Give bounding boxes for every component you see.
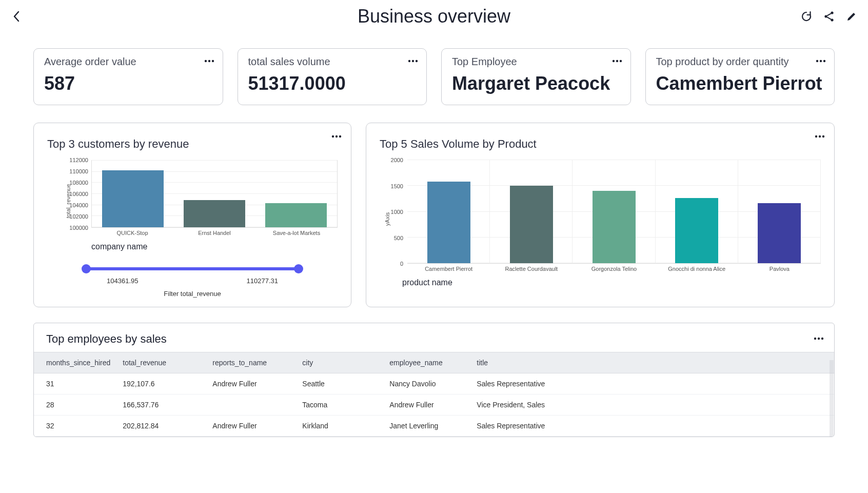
table-header[interactable]: city (296, 352, 383, 373)
svg-point-8 (416, 60, 418, 62)
back-button[interactable] (10, 10, 23, 23)
kpi-label: Top product by order quantity (656, 56, 824, 68)
x-tick-label: QUICK-Stop (91, 230, 173, 236)
svg-point-9 (612, 60, 614, 62)
table-cell: Sales Representative (470, 416, 834, 437)
app-header: Business overview (0, 0, 868, 33)
more-icon[interactable] (203, 55, 215, 67)
svg-point-16 (336, 135, 338, 137)
bar[interactable] (265, 203, 327, 227)
edit-icon[interactable] (845, 10, 858, 23)
table-header[interactable]: months_since_hired (34, 352, 116, 373)
table-cell: 192,107.6 (116, 373, 206, 395)
table-cell: Seattle (296, 373, 383, 395)
table-cell: Sales Representative (470, 373, 834, 395)
table-cell: 31 (34, 373, 116, 395)
svg-point-2 (831, 18, 833, 21)
table-row[interactable]: 32202,812.84Andrew FullerKirklandJanet L… (34, 416, 834, 437)
svg-point-21 (814, 338, 816, 340)
table-header[interactable]: employee_name (383, 352, 470, 373)
svg-point-3 (204, 60, 206, 62)
table-cell: Andrew Fuller (206, 416, 296, 437)
table-cell: Tacoma (296, 395, 383, 416)
bar[interactable] (758, 203, 801, 263)
header-actions (800, 10, 858, 23)
svg-point-15 (332, 135, 334, 137)
bar[interactable] (184, 200, 245, 227)
panel-title: Top 5 Sales Volume by Product (380, 137, 821, 151)
svg-point-18 (815, 135, 817, 137)
svg-point-23 (821, 338, 823, 340)
panel-title: Top employees by sales (46, 332, 167, 346)
more-icon[interactable] (814, 130, 826, 143)
filter-slider[interactable] (86, 266, 299, 272)
table-header[interactable]: reports_to_name (206, 352, 296, 373)
svg-point-20 (822, 135, 824, 137)
x-tick-label: Pavlova (738, 266, 821, 272)
table-header[interactable]: title (470, 352, 834, 373)
svg-point-14 (823, 60, 825, 62)
slider-min-label: 104361.95 (107, 277, 138, 285)
svg-point-22 (818, 338, 820, 340)
bar[interactable] (593, 191, 636, 263)
svg-point-1 (824, 15, 827, 17)
svg-point-13 (820, 60, 822, 62)
panel-top-employees: Top employees by sales months_since_hire… (33, 323, 835, 437)
more-icon[interactable] (611, 55, 623, 67)
bar[interactable] (675, 198, 718, 263)
bar[interactable] (510, 186, 553, 263)
slider-title: Filter total_revenue (86, 290, 299, 298)
refresh-icon[interactable] (800, 10, 813, 23)
panel-title: Top 3 customers by revenue (47, 137, 338, 151)
share-icon[interactable] (823, 10, 835, 23)
x-axis-label: product name (402, 278, 821, 287)
table-cell: Andrew Fuller (206, 373, 296, 395)
kpi-value: Margaret Peacock (452, 73, 620, 94)
chart-top-customers: total_revenue 10000010200010400010600010… (63, 160, 338, 242)
x-tick-label: Ernst Handel (173, 230, 255, 236)
table-cell: Vice President, Sales (470, 395, 834, 416)
kpi-value: 587 (44, 73, 212, 94)
svg-point-19 (819, 135, 821, 137)
kpi-label: Average order value (44, 56, 212, 68)
svg-point-10 (616, 60, 618, 62)
bar[interactable] (102, 170, 164, 227)
svg-point-6 (408, 60, 410, 62)
more-icon[interactable] (815, 55, 827, 67)
kpi-value: Camembert Pierrot (656, 73, 824, 94)
svg-point-4 (208, 60, 210, 62)
table-cell: Kirkland (296, 416, 383, 437)
table-cell: 202,812.84 (116, 416, 206, 437)
table-header[interactable]: total_revenue (116, 352, 206, 373)
table-cell: 166,537.76 (116, 395, 206, 416)
panel-top-customers: Top 3 customers by revenue total_revenue… (33, 123, 351, 307)
x-tick-label: Gorgonzola Telino (573, 266, 655, 272)
scrollbar[interactable] (830, 360, 834, 437)
table-cell: Nancy Davolio (383, 373, 470, 395)
kpi-label: total sales volume (248, 56, 417, 68)
more-icon[interactable] (813, 332, 825, 345)
x-tick-label: Gnocchi di nonna Alice (656, 266, 738, 272)
more-icon[interactable] (407, 55, 419, 67)
table-cell: Andrew Fuller (383, 395, 470, 416)
svg-point-5 (211, 60, 213, 62)
employees-table: months_since_hiredtotal_revenuereports_t… (34, 352, 834, 437)
svg-point-7 (412, 60, 414, 62)
x-tick-label: Save-a-lot Markets (255, 230, 338, 236)
slider-max-label: 110277.31 (247, 277, 278, 285)
kpi-card: total sales volume 51317.0000 (238, 48, 427, 105)
svg-point-12 (816, 60, 818, 62)
svg-point-0 (831, 11, 833, 14)
table-row[interactable]: 31192,107.6Andrew FullerSeattleNancy Dav… (34, 373, 834, 395)
page-title: Business overview (358, 6, 510, 27)
table-row[interactable]: 28166,537.76TacomaAndrew FullerVice Pres… (34, 395, 834, 416)
kpi-card: Top Employee Margaret Peacock (441, 48, 631, 105)
svg-point-11 (619, 60, 621, 62)
x-tick-label: Camembert Pierrot (407, 266, 490, 272)
chart-top-products: yAxis 0500100015002000 Camembert Pierrot… (385, 160, 821, 278)
x-axis-label: company name (91, 242, 338, 251)
table-cell (206, 395, 296, 416)
more-icon[interactable] (330, 130, 343, 143)
bar[interactable] (427, 182, 470, 263)
kpi-value: 51317.0000 (248, 73, 417, 94)
